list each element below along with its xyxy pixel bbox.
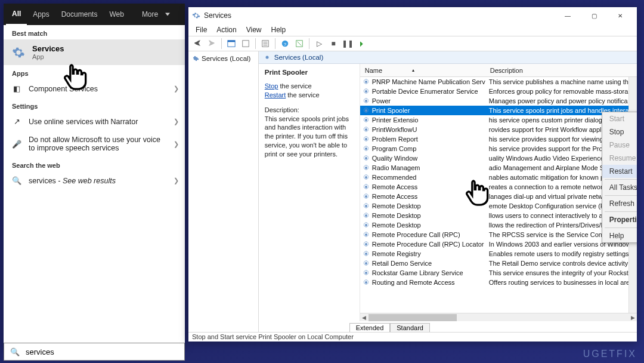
search-input-value[interactable]: services xyxy=(26,347,54,356)
menubar: File Action View Help xyxy=(188,24,637,36)
tab-extended[interactable]: Extended xyxy=(349,323,390,332)
service-name: Routing and Remote Access xyxy=(360,279,485,286)
ctx-start[interactable]: Start xyxy=(602,112,637,125)
tab-apps[interactable]: Apps xyxy=(27,10,55,19)
tab-documents[interactable]: Documents xyxy=(55,10,104,19)
info-column: Print Spooler Stop the service Restart t… xyxy=(259,64,360,321)
search-icon: 🔍 xyxy=(12,176,21,185)
service-row[interactable]: PowerManages power policy and power poli… xyxy=(360,96,637,106)
service-row[interactable]: Print SpoolerThis service spools print j… xyxy=(360,106,637,115)
menu-view[interactable]: View xyxy=(242,26,267,34)
svg-point-23 xyxy=(365,195,367,198)
service-row[interactable]: Quality Windowuality Windows Audio Video… xyxy=(360,153,637,163)
component-icon: ◧ xyxy=(12,84,21,93)
apps-component-services[interactable]: ◧ Component Services ❯ xyxy=(4,79,185,98)
ctx-properties[interactable]: Properties xyxy=(602,213,637,226)
start-service-button[interactable]: ▷ xyxy=(312,38,326,50)
col-name[interactable]: Name xyxy=(365,67,382,74)
stop-link[interactable]: Stop xyxy=(265,82,278,90)
ctx-stop[interactable]: Stop xyxy=(602,125,637,139)
titlebar[interactable]: Services — ▢ ✕ xyxy=(188,7,637,24)
scroll-thumb[interactable] xyxy=(369,314,457,321)
service-name: Retail Demo Service xyxy=(360,260,485,267)
service-description: Enforces group policy for removable mass… xyxy=(485,88,637,95)
stop-service-button[interactable]: ■ xyxy=(327,38,340,50)
search-web-header: Search the web xyxy=(4,157,185,171)
tree-root[interactable]: Services (Local) xyxy=(191,54,256,63)
show-hide-tree-button[interactable] xyxy=(225,38,238,50)
service-row[interactable]: Remote Accessreates a connection to a re… xyxy=(360,182,637,192)
properties-button[interactable] xyxy=(259,38,272,50)
service-row[interactable]: Remote Accesslanages dial-up and virtual… xyxy=(360,192,637,201)
service-name: Remote Desktop xyxy=(360,212,485,219)
pause-service-button[interactable]: ❚❚ xyxy=(341,38,354,50)
best-match-item[interactable]: Services App xyxy=(4,39,185,65)
list-header[interactable]: Name▴ Description xyxy=(360,64,637,77)
ctx-resume[interactable]: Resume xyxy=(602,152,637,165)
service-row[interactable]: Remote Procedure Call (RPC)The RPCSS ser… xyxy=(360,230,637,239)
export-button[interactable] xyxy=(239,38,252,50)
tab-all[interactable]: All xyxy=(6,4,27,25)
search-input-bar[interactable]: 🔍 services xyxy=(4,343,185,361)
apps-header: Apps xyxy=(4,65,185,79)
web-result-services[interactable]: 🔍 services - See web results ❯ xyxy=(4,171,185,190)
restart-service-button[interactable]: ⏵ xyxy=(355,38,369,50)
col-description[interactable]: Description xyxy=(485,67,637,74)
service-row[interactable]: PNRP Machine Name Publication Servi...Th… xyxy=(360,77,637,87)
help-button[interactable]: ? xyxy=(278,38,292,50)
close-button[interactable]: ✕ xyxy=(607,7,633,24)
ctx-help[interactable]: Help xyxy=(602,229,637,242)
service-row[interactable]: Retail Demo ServiceThe Retail Demo servi… xyxy=(360,259,637,268)
status-bar: Stop and Start service Print Spooler on … xyxy=(188,332,637,342)
service-row[interactable]: Remote Procedure Call (RPC) LocatorIn Wi… xyxy=(360,239,637,249)
service-row[interactable]: Problem Reporthis service provides suppo… xyxy=(360,134,637,144)
chevron-right-icon: ❯ xyxy=(174,118,179,125)
svg-point-26 xyxy=(365,224,367,226)
minimize-button[interactable]: — xyxy=(555,7,581,24)
service-row[interactable]: Remote Desktopemote Desktop Configuratio… xyxy=(360,201,637,211)
tab-web[interactable]: Web xyxy=(103,10,129,19)
svg-point-28 xyxy=(365,243,367,245)
ctx-pause[interactable]: Pause xyxy=(602,139,637,152)
tab-standard[interactable]: Standard xyxy=(390,323,430,332)
svg-point-27 xyxy=(365,233,367,236)
ctx-all-tasks[interactable]: All Tasks xyxy=(602,181,637,194)
scroll-left-icon[interactable]: ◀ xyxy=(360,315,369,321)
setting-speech[interactable]: 🎤 Do not allow Microsoft to use your voi… xyxy=(4,131,185,157)
service-row[interactable]: Portable Device Enumerator ServiceEnforc… xyxy=(360,87,637,96)
forward-button[interactable]: ⮞ xyxy=(205,38,218,50)
service-name: Problem Report xyxy=(360,136,485,143)
tab-more[interactable]: More xyxy=(130,10,176,19)
mic-icon: 🎤 xyxy=(12,140,21,149)
service-name: Portable Device Enumerator Service xyxy=(360,88,485,95)
ctx-restart[interactable]: Restart xyxy=(602,165,637,178)
menu-action[interactable]: Action xyxy=(212,26,241,34)
restart-link[interactable]: Restart xyxy=(265,91,286,99)
service-row[interactable]: Printer Extensiohis service opens custom… xyxy=(360,115,637,125)
service-row[interactable]: Routing and Remote AccessOffers routing … xyxy=(360,278,637,287)
service-row[interactable]: Remote RegistryEnables remote users to m… xyxy=(360,249,637,259)
maximize-button[interactable]: ▢ xyxy=(581,7,607,24)
service-list: Name▴ Description PNRP Machine Name Publ… xyxy=(360,64,637,321)
refresh-button[interactable] xyxy=(293,38,306,50)
scroll-right-icon[interactable]: ▶ xyxy=(628,315,637,321)
service-row[interactable]: Recommendednables automatic mitigation f… xyxy=(360,173,637,182)
settings-header: Settings xyxy=(4,98,185,112)
service-row[interactable]: PrintWorkflowUrovides support for Print … xyxy=(360,125,637,134)
service-row[interactable]: Radio Managemadio Management and Airplan… xyxy=(360,163,637,173)
horizontal-scrollbar[interactable]: ◀ ▶ xyxy=(360,313,637,321)
service-row[interactable]: Remote Desktopllows users to connect int… xyxy=(360,211,637,220)
service-row[interactable]: Program Comphis service provides support… xyxy=(360,144,637,153)
sort-asc-icon: ▴ xyxy=(412,67,414,73)
svg-rect-1 xyxy=(228,41,235,42)
service-row[interactable]: Remote Desktopllows the redirection of P… xyxy=(360,220,637,230)
open-icon: ↗ xyxy=(12,117,21,126)
start-tabs: All Apps Documents Web More xyxy=(4,4,185,25)
back-button[interactable]: ⮜ xyxy=(191,38,204,50)
service-row[interactable]: Rockstar Game Library ServiceThis servic… xyxy=(360,268,637,278)
ctx-refresh[interactable]: Refresh xyxy=(602,197,637,210)
menu-file[interactable]: File xyxy=(191,26,212,34)
setting-narrator[interactable]: ↗ Use online services with Narrator ❯ xyxy=(4,112,185,131)
menu-help[interactable]: Help xyxy=(267,26,291,34)
svg-point-24 xyxy=(365,205,367,207)
